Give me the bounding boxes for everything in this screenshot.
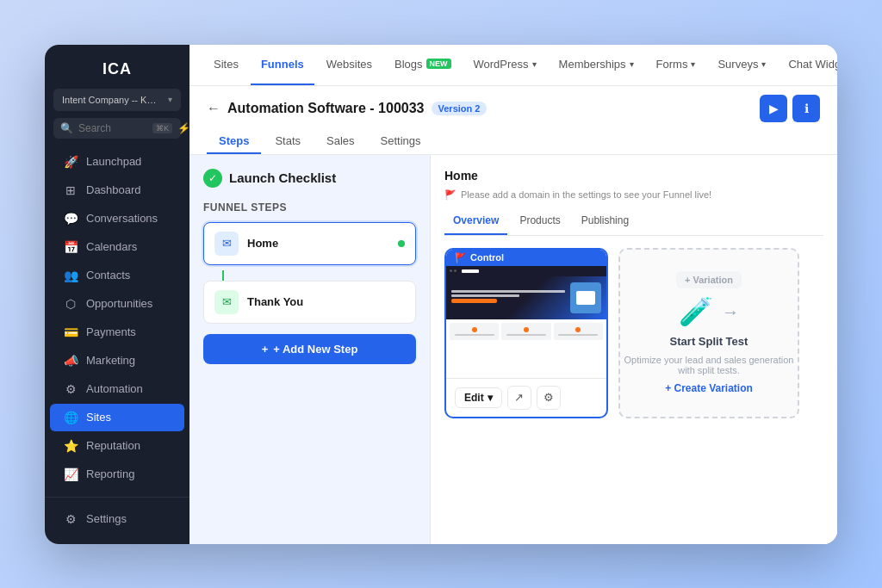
right-tab-overview[interactable]: Overview — [444, 211, 507, 235]
mini-nav-dot — [450, 269, 452, 272]
sidebar-item-marketing[interactable]: 📣 Marketing — [50, 347, 184, 374]
step-icon-home: ✉ — [214, 232, 239, 256]
info-button[interactable]: ℹ — [792, 95, 820, 122]
right-tab-products[interactable]: Products — [511, 211, 568, 235]
sidebar-bottom: ⚙ Settings — [45, 497, 189, 544]
flask-icon: 🧪 — [679, 295, 713, 328]
sidebar-item-settings[interactable]: ⚙ Settings — [50, 505, 184, 533]
search-icon: 🔍 — [60, 122, 73, 134]
sidebar-item-label: Settings — [86, 512, 127, 525]
workspace-name: Intent Company -- Ke... — [62, 95, 157, 105]
launch-checklist-header: ✓ Launch Checklist — [203, 169, 416, 188]
search-bar[interactable]: 🔍 ⌘K ⚡ — [53, 118, 181, 139]
settings-button[interactable]: ⚙ — [537, 386, 561, 410]
tab-surveys[interactable]: Surveys ▾ — [707, 45, 776, 86]
sidebar-item-label: Contacts — [86, 269, 130, 282]
right-panel: Home 🚩 Please add a domain in the settin… — [431, 155, 837, 544]
variation-placeholder-card: + Variation 🧪 → Start Split Test Optimiz… — [618, 248, 799, 418]
add-step-icon: + — [262, 343, 269, 356]
right-tab-publishing[interactable]: Publishing — [573, 211, 637, 235]
sidebar-item-label: Launchpad — [86, 155, 141, 168]
sidebar-nav: 🚀 Launchpad ⊞ Dashboard 💬 Conversations … — [45, 144, 189, 497]
mini-screen — [576, 291, 595, 305]
mini-nav-logo — [462, 269, 479, 273]
sidebar-item-contacts[interactable]: 👥 Contacts — [50, 262, 184, 289]
wordpress-dropdown-icon: ▾ — [532, 59, 537, 69]
mini-feature-1 — [450, 323, 499, 340]
sidebar-item-label: Dashboard — [86, 183, 141, 196]
control-variant-card: 🚩 Control — [444, 248, 608, 418]
mini-nav-dot-2 — [454, 269, 457, 272]
mini-hero-line-1 — [451, 290, 565, 293]
mini-hero-cta — [451, 299, 497, 303]
step-name-home: Home — [247, 237, 389, 250]
sidebar-item-label: Reputation — [86, 439, 140, 452]
sidebar-item-calendars[interactable]: 📅 Calendars — [50, 233, 184, 261]
sub-tab-stats[interactable]: Stats — [263, 129, 313, 154]
edit-button[interactable]: Edit ▾ — [455, 387, 502, 408]
sidebar-item-opportunities[interactable]: ⬡ Opportunities — [50, 290, 184, 318]
mini-feature-line-2 — [506, 334, 546, 336]
external-link-button[interactable]: ↗ — [507, 386, 531, 410]
checklist-icon: ✓ — [203, 169, 222, 188]
conversations-icon: 💬 — [64, 212, 78, 226]
sub-tab-sales[interactable]: Sales — [314, 129, 367, 154]
dashboard-icon: ⊞ — [64, 183, 78, 197]
funnel-step-home[interactable]: ✉ Home — [203, 222, 416, 265]
step-name-thank-you: Thank You — [247, 295, 405, 308]
sidebar-item-payments[interactable]: 💳 Payments — [50, 319, 184, 346]
mini-feature-line-3 — [558, 334, 598, 336]
sidebar-item-label: Marketing — [86, 354, 135, 367]
variant-preview — [446, 266, 606, 378]
sub-tab-steps[interactable]: Steps — [207, 129, 261, 154]
automation-icon: ⚙ — [64, 382, 78, 396]
right-panel-tabs: Overview Products Publishing — [444, 211, 823, 236]
tab-funnels[interactable]: Funnels — [251, 45, 314, 86]
sub-tabs: Steps Stats Sales Settings — [207, 129, 820, 154]
tab-sites[interactable]: Sites — [203, 45, 249, 86]
tab-chat-widget[interactable]: Chat Widget — [778, 45, 837, 86]
sidebar-item-reputation[interactable]: ⭐ Reputation — [50, 432, 184, 460]
sidebar-item-label: Payments — [86, 325, 136, 338]
sites-icon: 🌐 — [64, 411, 78, 424]
mini-hero-img — [570, 282, 601, 313]
sub-tab-settings[interactable]: Settings — [369, 129, 433, 154]
sidebar-item-launchpad[interactable]: 🚀 Launchpad — [50, 148, 184, 176]
sidebar-item-reporting[interactable]: 📈 Reporting — [50, 461, 184, 488]
arrow-right-icon: → — [722, 302, 739, 322]
preview-button[interactable]: ▶ — [760, 95, 787, 122]
back-button[interactable]: ← — [207, 101, 220, 116]
tab-forms[interactable]: Forms ▾ — [646, 45, 706, 86]
sidebar-item-sites[interactable]: 🌐 Sites — [50, 404, 184, 431]
mini-feature-icon-2 — [524, 327, 529, 332]
create-variation-button[interactable]: + Create Variation — [665, 382, 753, 394]
workspace-chevron-icon: ▾ — [168, 95, 172, 104]
memberships-dropdown-icon: ▾ — [630, 59, 634, 69]
surveys-dropdown-icon: ▾ — [761, 59, 766, 69]
tab-blogs[interactable]: Blogs NEW — [384, 45, 462, 86]
logo-text: ICA — [102, 60, 132, 78]
mini-hero-line-2 — [451, 294, 519, 297]
content-area: ✓ Launch Checklist Funnel Steps ✉ Home ✉… — [189, 155, 837, 544]
sidebar-item-dashboard[interactable]: ⊞ Dashboard — [50, 176, 184, 204]
sidebar-item-label: Automation — [86, 382, 143, 395]
mini-feature-2 — [501, 323, 550, 340]
tab-websites[interactable]: Websites — [316, 45, 382, 86]
tab-wordpress[interactable]: WordPress ▾ — [463, 45, 547, 86]
sidebar-item-label: Conversations — [86, 212, 158, 225]
connector-line — [222, 270, 224, 281]
sidebar-item-automation[interactable]: ⚙ Automation — [50, 375, 184, 403]
split-test-title: Start Split Test — [670, 335, 748, 348]
mini-hero-text — [451, 290, 565, 305]
version-badge: Version 2 — [432, 102, 488, 115]
funnel-step-thank-you[interactable]: ✉ Thank You — [203, 281, 416, 324]
launchpad-icon: 🚀 — [64, 155, 78, 169]
workspace-selector[interactable]: Intent Company -- Ke... ▾ — [53, 89, 181, 111]
tab-memberships[interactable]: Memberships ▾ — [549, 45, 644, 86]
sidebar-item-conversations[interactable]: 💬 Conversations — [50, 205, 184, 232]
search-input[interactable] — [78, 122, 147, 134]
add-step-button[interactable]: + + Add New Step — [203, 334, 416, 364]
mini-features — [446, 319, 606, 344]
sidebar-item-label: Opportunities — [86, 297, 152, 310]
mini-feature-3 — [554, 323, 603, 340]
